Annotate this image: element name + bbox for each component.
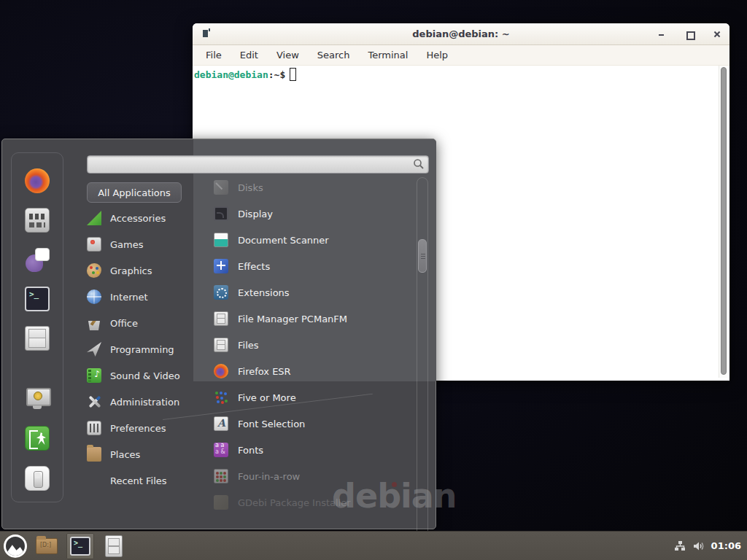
volume-icon[interactable] <box>692 540 705 553</box>
menu-scrollbar-track[interactable] <box>415 177 430 560</box>
category-label: Games <box>110 239 143 250</box>
menu-help[interactable]: Help <box>426 50 448 61</box>
category-sound-video[interactable]: Sound & Video <box>87 362 196 389</box>
window-title: debian@debian: ~ <box>193 28 729 39</box>
prompt-suffix: :~$ <box>268 69 285 80</box>
firefox-icon <box>214 364 228 378</box>
app-firefox-esr[interactable]: Firefox ESR <box>214 358 411 384</box>
favorite-pidgin[interactable] <box>24 246 50 273</box>
games-icon <box>87 237 101 252</box>
app-five-or-more[interactable]: Five or More <box>214 384 411 411</box>
favorite-firefox[interactable] <box>24 168 50 194</box>
graphics-icon <box>87 263 101 278</box>
shutdown-button[interactable] <box>24 465 50 491</box>
network-icon[interactable] <box>673 540 686 553</box>
menu-file[interactable]: File <box>206 50 222 61</box>
category-graphics[interactable]: Graphics <box>87 257 196 284</box>
category-places[interactable]: Places <box>87 441 196 467</box>
menu-button[interactable] <box>4 534 27 558</box>
logout-button[interactable] <box>24 425 50 451</box>
category-programming[interactable]: Programming <box>87 336 196 362</box>
document-scanner-icon <box>214 233 228 247</box>
category-label: Recent Files <box>110 475 167 486</box>
menu-scrollbar-thumb[interactable] <box>418 239 427 273</box>
menu-scrollbar-line <box>417 177 428 560</box>
app-font-selection[interactable]: Font Selection <box>214 411 411 437</box>
terminal-icon <box>25 287 50 311</box>
file-cabinet-icon <box>105 535 123 557</box>
pidgin-icon <box>25 247 50 272</box>
application-menu: debian Al <box>1 139 436 529</box>
taskbar-files-button[interactable] <box>100 533 128 559</box>
all-applications-button[interactable]: All Applications <box>87 182 182 203</box>
menu-search[interactable]: Search <box>317 50 350 61</box>
gdebi-icon <box>214 495 228 510</box>
category-label: Programming <box>110 344 174 355</box>
maximize-icon[interactable] <box>684 29 694 39</box>
category-preferences[interactable]: Preferences <box>87 415 196 441</box>
display-icon <box>214 206 228 221</box>
application-list: Disks Display Document Scanner Effects E… <box>214 174 411 516</box>
firefox-icon <box>25 168 50 193</box>
category-games[interactable]: Games <box>87 231 196 257</box>
app-label: GDebi Package Installer <box>238 497 351 508</box>
terminal-app-icon <box>203 30 208 37</box>
app-files[interactable]: Files <box>214 332 411 358</box>
category-label: Graphics <box>110 265 152 276</box>
disks-icon <box>214 180 228 195</box>
app-gdebi[interactable]: GDebi Package Installer <box>214 489 411 516</box>
app-label: Extensions <box>238 287 290 298</box>
favorite-software-manager[interactable] <box>24 207 50 233</box>
terminal-titlebar[interactable]: debian@debian: ~ <box>193 23 729 45</box>
terminal-scrollbar-track[interactable] <box>719 66 727 378</box>
category-administration[interactable]: Administration <box>87 389 196 415</box>
taskbar-terminal-button[interactable] <box>66 533 94 559</box>
shutdown-icon <box>25 466 50 491</box>
category-label: Office <box>110 318 138 329</box>
app-four-in-a-row[interactable]: Four-in-a-row <box>214 463 411 489</box>
category-label: Internet <box>110 292 148 303</box>
app-label: Fonts <box>238 445 263 456</box>
app-extensions[interactable]: Extensions <box>214 279 411 306</box>
category-office[interactable]: Office <box>87 310 196 336</box>
terminal-scrollbar-thumb[interactable] <box>721 67 727 375</box>
terminal-menubar: File Edit View Search Terminal Help <box>193 45 729 66</box>
category-accessories[interactable]: Accessories <box>87 205 196 231</box>
search-input[interactable] <box>87 155 429 174</box>
category-label: Places <box>110 449 140 460</box>
taskbar-file-manager-button[interactable] <box>33 533 61 559</box>
app-label: Document Scanner <box>238 235 329 246</box>
category-label: Accessories <box>110 213 166 224</box>
app-label: Four-in-a-row <box>238 471 300 482</box>
category-label: Sound & Video <box>110 370 180 381</box>
category-recent-files[interactable]: Recent Files <box>87 467 196 494</box>
menu-terminal[interactable]: Terminal <box>368 50 408 61</box>
app-file-manager-pcmanfm[interactable]: File Manager PCManFM <box>214 306 411 332</box>
prompt-line: debian@debian:~$ <box>194 68 728 81</box>
category-label: Preferences <box>110 423 166 434</box>
menu-edit[interactable]: Edit <box>240 50 258 61</box>
clock[interactable]: 01:06 <box>711 540 741 551</box>
system-tray: 01:06 <box>673 540 747 553</box>
close-icon[interactable] <box>712 29 722 39</box>
app-disks[interactable]: Disks <box>214 174 411 201</box>
sound-video-icon <box>87 368 101 383</box>
file-cabinet-icon <box>25 326 50 351</box>
app-display[interactable]: Display <box>214 201 411 227</box>
logout-icon <box>25 426 50 451</box>
favorite-file-manager[interactable] <box>24 325 50 351</box>
menu-view[interactable]: View <box>276 50 299 61</box>
app-document-scanner[interactable]: Document Scanner <box>214 227 411 253</box>
app-label: Firefox ESR <box>238 366 291 377</box>
minimize-icon[interactable] <box>657 29 667 39</box>
category-label: Administration <box>110 397 179 408</box>
office-icon <box>87 316 101 330</box>
app-fonts[interactable]: Fonts <box>214 437 411 463</box>
lock-screen-button[interactable] <box>24 385 50 411</box>
favorite-terminal[interactable] <box>24 286 50 312</box>
app-label: Files <box>238 340 259 351</box>
fonts-icon <box>214 443 228 457</box>
app-effects[interactable]: Effects <box>214 253 411 279</box>
preferences-icon <box>87 421 101 435</box>
category-internet[interactable]: Internet <box>87 284 196 310</box>
